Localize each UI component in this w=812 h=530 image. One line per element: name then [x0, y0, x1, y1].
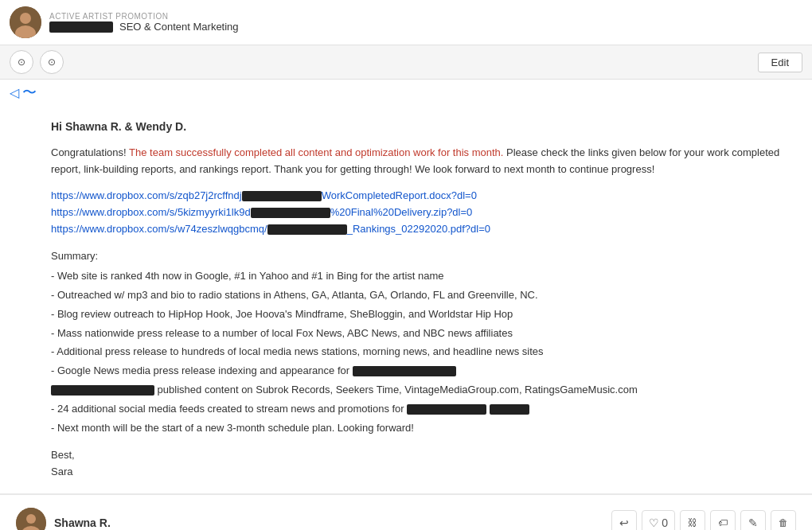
summary-title: Summary:: [51, 248, 796, 265]
email-greeting: Hi Shawna R. & Wendy D.: [51, 118, 796, 135]
toolbar-clock-icon-1[interactable]: ⊙: [10, 50, 33, 74]
summary-section: Summary: - Web site is ranked 4th now in…: [51, 248, 796, 436]
email-body: Hi Shawna R. & Wendy D. Congratulations!…: [0, 105, 812, 494]
redacted-publisher: [51, 385, 154, 396]
intro-highlight: The team successfully completed all cont…: [129, 146, 503, 158]
scroll-hint: ◁ 〜: [0, 80, 812, 105]
intro-plain: Congratulations!: [51, 146, 129, 158]
toolbar-clock-icon-2[interactable]: ⊙: [40, 50, 64, 74]
edit-button[interactable]: Edit: [758, 53, 802, 72]
sender-info: ACTIVE ARTIST PROMOTION SEO & Content Ma…: [49, 12, 239, 33]
signature-line-2: Sara: [51, 464, 796, 481]
svg-point-1: [20, 13, 31, 24]
redacted-artist-1: [353, 366, 456, 376]
link2-redacted: [251, 208, 330, 218]
tag-button[interactable]: 🏷: [710, 510, 736, 530]
sender-name-redacted: [49, 21, 113, 33]
sender-avatar: [10, 6, 41, 38]
email-header: ACTIVE ARTIST PROMOTION SEO & Content Ma…: [0, 0, 812, 45]
reply-section: Shawna R. ↩ ♡ 0 ⛓ 🏷 ✎ 🗑: [0, 494, 812, 530]
svg-point-4: [26, 514, 36, 524]
summary-item-1: - Web site is ranked 4th now in Google, …: [51, 268, 796, 285]
link-button[interactable]: ⛓: [680, 510, 705, 530]
signature-line-1: Best,: [51, 447, 796, 464]
toolbar-left: ⊙ ⊙: [10, 50, 548, 74]
link-icon: ⛓: [688, 517, 697, 528]
summary-item-2: - Outreached w/ mp3 and bio to radio sta…: [51, 287, 796, 304]
dropbox-link-1[interactable]: https://www.dropbox.com/s/zqb27j2rcffndj…: [51, 188, 796, 205]
tag-icon: 🏷: [718, 517, 728, 528]
dropbox-link-2[interactable]: https://www.dropbox.com/s/5kizmyyrki1lk9…: [51, 205, 796, 221]
reply-header: Shawna R. ↩ ♡ 0 ⛓ 🏷 ✎ 🗑: [16, 508, 796, 530]
edit-icon: ✎: [748, 516, 758, 529]
email-toolbar: ⊙ ⊙ Edit: [0, 45, 812, 80]
summary-item-7: published content on Subrok Records, See…: [51, 382, 796, 399]
email-intro: Congratulations! The team successfully c…: [51, 145, 796, 178]
summary-item-3: - Blog review outreach to HipHop Hook, J…: [51, 306, 796, 323]
reply-button[interactable]: ↩: [611, 510, 637, 530]
summary-item-9: - Next month will be the start of a new …: [51, 420, 796, 437]
reply-user-info: Shawna R.: [16, 508, 111, 530]
delete-reply-button[interactable]: 🗑: [771, 510, 796, 530]
like-button[interactable]: ♡ 0: [642, 510, 675, 530]
redacted-artist-3: [490, 404, 529, 415]
dropbox-link-3[interactable]: https://www.dropbox.com/s/w74zeszlwqgbcm…: [51, 221, 796, 238]
link1-redacted: [242, 191, 322, 201]
wave-icon: 〜: [22, 83, 37, 102]
email-links: https://www.dropbox.com/s/zqb27j2rcffndj…: [51, 188, 796, 237]
like-icon: ♡: [649, 516, 659, 529]
summary-item-6: - Google News media press release indexi…: [51, 363, 796, 380]
link3-redacted: [267, 224, 347, 235]
edit-reply-button[interactable]: ✎: [740, 510, 766, 530]
scroll-arrow-icon: ◁: [10, 85, 19, 100]
email-signature: Best, Sara: [51, 447, 796, 481]
sender-name-row: SEO & Content Marketing: [49, 21, 239, 33]
summary-item-5: - Additional press release to hundreds o…: [51, 344, 796, 360]
redacted-artist-2: [407, 404, 486, 415]
like-count: 0: [662, 516, 668, 529]
summary-item-8: - 24 additional social media feeds creat…: [51, 401, 796, 418]
sender-subtitle: SEO & Content Marketing: [119, 21, 239, 33]
reply-username: Shawna R.: [54, 516, 111, 529]
summary-item-4: - Mass nationwide press release to a num…: [51, 325, 796, 342]
reply-avatar: [16, 508, 46, 530]
delete-icon: 🗑: [779, 517, 788, 528]
sender-company: ACTIVE ARTIST PROMOTION: [49, 12, 239, 21]
reply-actions: ↩ ♡ 0 ⛓ 🏷 ✎ 🗑: [611, 510, 796, 530]
